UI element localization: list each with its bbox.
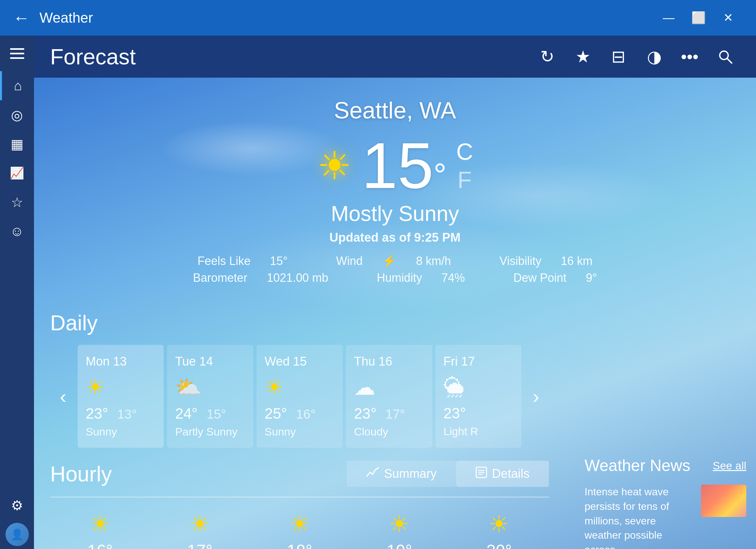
dew-point-value: 9° xyxy=(586,271,597,285)
search-button[interactable] xyxy=(711,42,740,71)
hamburger-menu-button[interactable] xyxy=(6,42,28,65)
pin-button[interactable]: ⊟ xyxy=(604,42,633,71)
daily-section-wrapper: Daily ‹ Mon 13 ☀ 23° 13° xyxy=(34,311,565,549)
daily-card-thu[interactable]: Thu 16 ☁ 23° 17° Cloudy xyxy=(346,345,432,448)
content-area: Seattle, WA ☀ 15° C F Mostly Sunny Updat… xyxy=(34,78,756,549)
daily-high-wed: 25° xyxy=(265,405,287,422)
search-icon xyxy=(718,49,733,64)
temperature-value: 15 xyxy=(362,129,433,202)
hourly-header: Hourly Summary xyxy=(50,461,549,487)
daily-high-fri: 23° xyxy=(444,405,466,422)
news-item-1[interactable]: Intense heat wave persists for tens of m… xyxy=(585,485,746,549)
svg-line-1 xyxy=(727,59,732,63)
maximize-button[interactable]: ⬜ xyxy=(684,6,713,29)
daily-next-button[interactable]: › xyxy=(523,383,549,409)
minimize-button[interactable]: — xyxy=(654,6,684,29)
hourly-card-3: ☀ 18° xyxy=(250,507,349,549)
feels-like-label: Feels Like xyxy=(197,254,250,268)
daily-section: Daily ‹ Mon 13 ☀ 23° 13° xyxy=(34,311,565,448)
hourly-section-title: Hourly xyxy=(50,462,347,486)
avatar-icon: 👤 xyxy=(11,528,24,541)
daily-high-mon: 23° xyxy=(86,405,108,422)
night-mode-button[interactable]: ◑ xyxy=(640,42,669,71)
daily-cards-wrapper: ‹ Mon 13 ☀ 23° 13° Sunny xyxy=(50,345,549,448)
face-icon: ☺ xyxy=(10,224,24,239)
daily-condition-thu: Cloudy xyxy=(354,425,424,438)
details-tab-icon xyxy=(476,467,487,481)
humidity-value: 74% xyxy=(442,271,465,285)
daily-temps-thu: 23° 17° xyxy=(354,405,424,422)
hourly-temp-5: 20° xyxy=(449,541,549,549)
sidebar-item-maps[interactable]: 📈 xyxy=(0,159,34,188)
news-see-all-button[interactable]: See all xyxy=(713,459,746,472)
titlebar: ← Weather — ⬜ ✕ xyxy=(0,0,756,36)
sidebar-item-settings[interactable]: ⚙ xyxy=(0,491,34,520)
daily-date-fri: Fri 17 xyxy=(444,355,513,368)
daily-icon-wed: ☀ xyxy=(265,375,334,400)
barometer-label: Barometer xyxy=(193,271,247,285)
hourly-section: Hourly Summary xyxy=(34,448,565,487)
news-icon: ▦ xyxy=(11,136,24,152)
city-name: Seattle, WA xyxy=(34,97,756,124)
temperature-units: C F xyxy=(456,138,473,193)
daily-card-tue[interactable]: Tue 14 ⛅ 24° 15° Partly Sunny xyxy=(167,345,253,448)
daily-cards-list: Mon 13 ☀ 23° 13° Sunny Tue 14 xyxy=(76,345,523,448)
sidebar-item-favorites[interactable]: ☆ xyxy=(0,188,34,217)
tab-details[interactable]: Details xyxy=(456,461,549,487)
sidebar-item-news[interactable]: ▦ xyxy=(0,129,34,159)
hourly-temp-3: 18° xyxy=(250,541,349,549)
daily-prev-button[interactable]: ‹ xyxy=(50,383,76,409)
wind-value: 8 km/h xyxy=(416,254,451,268)
daily-temps-wed: 25° 16° xyxy=(265,405,334,422)
daily-date-tue: Tue 14 xyxy=(175,355,245,368)
sidebar-item-home[interactable]: ⌂ xyxy=(0,71,34,100)
more-button[interactable]: ••• xyxy=(675,42,704,71)
celsius-button[interactable]: C xyxy=(456,138,473,165)
hourly-cards-list: ☀ 16° ☀ 17° ☀ 18° ☀ 19° xyxy=(34,507,565,549)
wind-icon: ⚡ xyxy=(382,254,397,268)
daily-condition-tue: Partly Sunny xyxy=(175,425,245,438)
feels-like-value: 15° xyxy=(270,254,288,268)
daily-low-wed: 16° xyxy=(296,407,316,421)
favorite-button[interactable]: ★ xyxy=(568,42,597,71)
daily-icon-fri: 🌦 xyxy=(444,375,513,400)
daily-card-mon[interactable]: Mon 13 ☀ 23° 13° Sunny xyxy=(78,345,164,448)
settings-icon: ⚙ xyxy=(11,498,23,513)
daily-date-wed: Wed 15 xyxy=(265,355,334,368)
daily-high-tue: 24° xyxy=(175,405,198,422)
current-weather: Seattle, WA ☀ 15° C F Mostly Sunny Updat… xyxy=(34,78,756,311)
tab-summary[interactable]: Summary xyxy=(347,461,456,487)
hourly-icon-3: ☀ xyxy=(250,511,349,538)
hourly-temp-4: 19° xyxy=(349,541,449,549)
news-thumb-1 xyxy=(701,485,746,517)
daily-card-wed[interactable]: Wed 15 ☀ 25° 16° Sunny xyxy=(257,345,343,448)
daily-date-mon: Mon 13 xyxy=(86,355,156,368)
hourly-card-2: ☀ 17° xyxy=(150,507,249,549)
back-button[interactable]: ← xyxy=(13,8,30,27)
hourly-temp-2: 17° xyxy=(150,541,249,549)
fahrenheit-button[interactable]: F xyxy=(456,167,473,193)
refresh-button[interactable]: ↻ xyxy=(533,42,562,71)
degree-symbol: ° xyxy=(433,157,446,193)
humidity-label: Humidity xyxy=(377,271,422,285)
weather-condition: Mostly Sunny xyxy=(34,201,756,226)
sidebar-item-avatar[interactable]: 👤 xyxy=(0,520,34,549)
hourly-card-4: ☀ 19° xyxy=(349,507,449,549)
weather-details-row1: Feels Like 15° Wind ⚡ 8 km/h Visibility … xyxy=(34,254,756,268)
temperature-row: ☀ 15° C F xyxy=(34,133,756,198)
hourly-icon-1: ☀ xyxy=(50,511,150,538)
sidebar-bottom: ⚙ 👤 xyxy=(0,491,34,549)
current-weather-icon: ☀ xyxy=(317,143,352,188)
avatar: 👤 xyxy=(5,523,29,546)
close-button[interactable]: ✕ xyxy=(713,6,743,29)
sidebar-item-radar[interactable]: ◎ xyxy=(0,100,34,129)
summary-tab-icon xyxy=(366,467,379,481)
daily-card-fri[interactable]: Fri 17 🌦 23° Light R xyxy=(435,345,521,448)
daily-condition-mon: Sunny xyxy=(86,425,156,438)
home-icon: ⌂ xyxy=(14,78,22,93)
hourly-card-1: ☀ 16° xyxy=(50,507,150,549)
sidebar-item-face[interactable]: ☺ xyxy=(0,217,34,246)
daily-condition-fri: Light R xyxy=(444,425,513,438)
dew-point-label: Dew Point xyxy=(513,271,566,285)
news-thumb-img-1 xyxy=(701,485,746,517)
